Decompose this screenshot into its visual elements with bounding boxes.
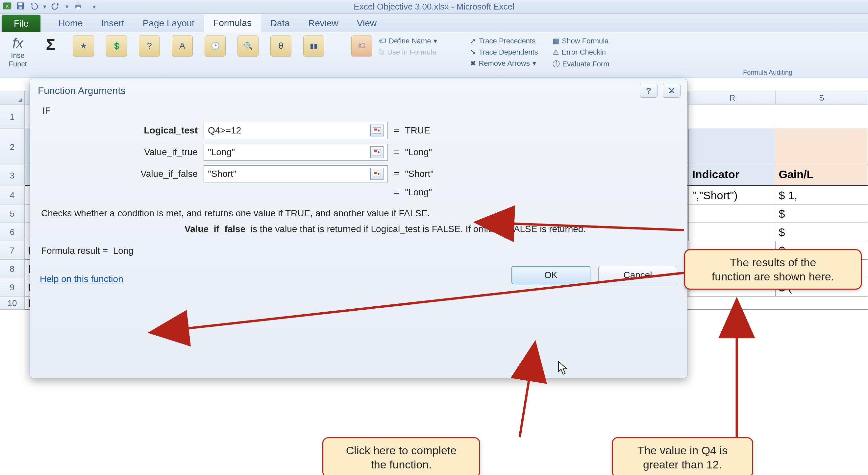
row-header-7[interactable]: 7 [0, 241, 25, 260]
dropdown-icon[interactable]: ▼ [42, 4, 48, 10]
autosum-button[interactable]: Σ [37, 35, 64, 54]
row-header-3[interactable]: 3 [0, 165, 25, 186]
evaluate-formula-button[interactable]: ⓕEvaluate Form [553, 59, 610, 69]
insert-fn-label-top: Inse [11, 51, 25, 60]
dropdown-icon: ▾ [434, 37, 437, 45]
trace-dep-icon: ➘ [470, 48, 476, 57]
error-icon: ⚠ [553, 48, 559, 57]
svg-rect-9 [374, 129, 377, 131]
tab-data[interactable]: Data [261, 14, 299, 32]
tab-insert[interactable]: Insert [92, 14, 133, 32]
tag-small-icon: 🏷 [379, 37, 386, 45]
fx-small-icon: fx [379, 48, 384, 57]
show-formula-icon: ▦ [553, 37, 559, 45]
arg-input-value-if-false[interactable]: "Short" [204, 165, 388, 182]
tab-page-layout[interactable]: Page Layout [133, 14, 204, 32]
svg-rect-3 [19, 3, 22, 5]
arg-label-value-if-true: Value_if_true [40, 147, 198, 158]
row-header-6[interactable]: 6 [0, 223, 25, 241]
dialog-title: Function Arguments [38, 85, 126, 96]
trace-dependents-button[interactable]: ➘Trace Dependents [470, 48, 538, 57]
dialog-close-button[interactable]: ✕ [663, 84, 681, 98]
svg-rect-13 [374, 172, 377, 174]
date-time-button[interactable]: 🕑 [202, 35, 228, 58]
function-name: IF [40, 104, 677, 122]
col-header-s[interactable]: S [776, 91, 868, 104]
error-checking-button[interactable]: ⚠Error Checkin [553, 48, 610, 57]
callout-results: The results of the function are shown he… [684, 249, 862, 290]
collapse-dialog-icon[interactable] [370, 125, 383, 136]
formula-auditing-group: ➚Trace Precedents ➘Trace Dependents ✖Rem… [470, 35, 538, 68]
callout-click-ok: Click here to complete the function. [322, 437, 480, 475]
math-trig-button[interactable]: θ [268, 35, 294, 58]
print-icon[interactable] [74, 1, 83, 12]
star-icon: ★ [80, 42, 87, 50]
collapse-dialog-icon[interactable] [370, 146, 383, 158]
evaluate-icon: ⓕ [553, 59, 560, 69]
clock-icon: 🕑 [211, 42, 220, 50]
file-tab[interactable]: File [2, 15, 40, 32]
insert-function-button[interactable]: fx Inse Funct [5, 35, 31, 68]
row-header-9[interactable]: 9 [0, 278, 25, 297]
arg-result-value-if-false: "Short" [405, 169, 434, 179]
select-all-corner[interactable] [0, 91, 25, 104]
arg-result-value-if-true: "Long" [405, 147, 432, 158]
svg-rect-7 [76, 7, 80, 9]
remove-arrows-icon: ✖ [470, 59, 476, 68]
arg-input-logical-test[interactable]: Q4>=12 [204, 122, 388, 139]
ribbon-body: fx Inse Funct Σ ★ 💲 ? A 🕑 🔍 θ ▮▮ 🏷 🏷Defi… [0, 32, 868, 78]
help-on-function-link[interactable]: Help on this function [40, 274, 123, 284]
arg-result-logical-test: TRUE [405, 125, 430, 136]
overall-result: "Long" [405, 187, 432, 198]
dropdown-icon[interactable]: ▼ [64, 4, 70, 10]
callout-q4: The value in Q4 is greater than 12. [612, 437, 753, 475]
row-header-1[interactable]: 1 [0, 105, 25, 129]
use-in-formula-button: fxUse in Formula [379, 48, 437, 57]
question-icon: ? [147, 41, 152, 51]
collapse-dialog-icon[interactable] [370, 168, 383, 180]
qat-customize-icon[interactable]: ▾ [93, 3, 96, 10]
help-icon: ? [646, 86, 651, 96]
row-header-4[interactable]: 4 [0, 186, 25, 204]
remove-arrows-button[interactable]: ✖Remove Arrows ▾ [470, 59, 538, 68]
function-arguments-dialog: Function Arguments ? ✕ IF Logical_test Q… [30, 79, 687, 378]
show-formulas-button[interactable]: ▦Show Formula [553, 37, 610, 45]
more-functions-button[interactable]: ▮▮ [301, 35, 327, 58]
close-icon: ✕ [668, 86, 675, 96]
trace-prec-icon: ➚ [470, 37, 476, 45]
save-icon[interactable] [16, 1, 25, 12]
financial-button[interactable]: 💲 [103, 35, 130, 58]
cancel-button[interactable]: Cancel [598, 266, 677, 284]
lookup-icon: 🔍 [244, 42, 253, 50]
function-description: Checks whether a condition is met, and r… [40, 202, 677, 220]
svg-rect-6 [76, 2, 80, 5]
recently-used-button[interactable]: ★ [70, 35, 97, 58]
undo-icon[interactable] [29, 1, 38, 12]
logical-button[interactable]: ? [136, 35, 162, 58]
text-button[interactable]: A [169, 35, 195, 58]
tag-icon: 🏷 [358, 42, 365, 50]
name-manager-button[interactable]: 🏷 [351, 35, 372, 58]
row-header-2[interactable]: 2 [0, 129, 25, 165]
arg-input-value-if-true[interactable]: "Long" [204, 144, 388, 161]
row-header-8[interactable]: 8 [0, 260, 25, 278]
dialog-help-button[interactable]: ? [640, 84, 657, 98]
arg-label-value-if-false: Value_if_false [40, 169, 198, 179]
tab-view[interactable]: View [348, 14, 386, 32]
redo-icon[interactable] [51, 1, 61, 12]
mouse-cursor-icon [558, 361, 569, 375]
tab-review[interactable]: Review [299, 14, 348, 32]
row-header-5[interactable]: 5 [0, 204, 25, 223]
ok-button[interactable]: OK [512, 266, 590, 284]
svg-rect-4 [19, 6, 22, 8]
theta-icon: θ [278, 41, 283, 51]
define-name-button[interactable]: 🏷Define Name ▾ [379, 37, 437, 45]
col-header-r[interactable]: R [689, 91, 776, 104]
insert-fn-label-bottom: Funct [8, 60, 27, 68]
lookup-button[interactable]: 🔍 [235, 35, 261, 58]
row-header-10[interactable]: 10 [0, 297, 25, 310]
trace-precedents-button[interactable]: ➚Trace Precedents [470, 37, 538, 45]
text-a-icon: A [179, 41, 186, 51]
tab-formulas[interactable]: Formulas [204, 13, 261, 32]
tab-home[interactable]: Home [49, 14, 92, 32]
